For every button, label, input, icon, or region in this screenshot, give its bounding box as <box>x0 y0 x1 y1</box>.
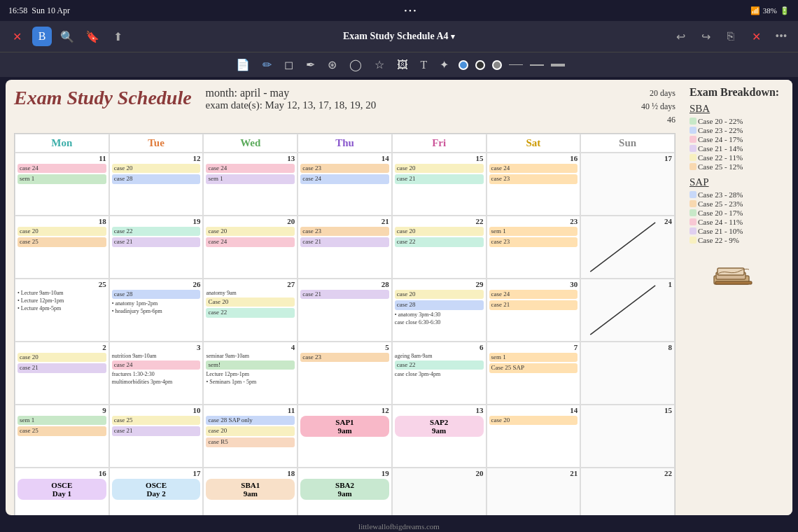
bookmark-icon[interactable]: 🔖 <box>83 27 102 46</box>
doc-icon[interactable]: 📄 <box>233 57 253 73</box>
star-tool[interactable]: ☆ <box>372 57 387 73</box>
stroke-thick[interactable] <box>551 64 565 66</box>
share-icon[interactable]: ⬆ <box>108 27 127 46</box>
event-case23-16: case 23 <box>489 174 578 184</box>
cell-12: 12 case 20 case 28 <box>109 153 204 216</box>
toolbar: ✕ B 🔍 🔖 ⬆ Exam Study Schedule A4 ▾ ↩ ↪ ⎘… <box>0 21 798 52</box>
text-tool[interactable]: T <box>418 57 430 73</box>
month-label: month: april - may <box>206 87 641 99</box>
status-left: 16:58 Sun 10 Apr <box>8 6 70 16</box>
caseclose-6: case close 3pm-4pm <box>395 371 484 377</box>
color-black[interactable] <box>475 60 485 70</box>
diagonal-arrow <box>581 216 674 278</box>
cell-7: 7 sem 1 Case 25 SAP <box>486 342 581 405</box>
event-case23-23: case 23 <box>489 237 578 247</box>
sba-dot-3 <box>690 145 696 152</box>
redo-button[interactable]: ↪ <box>696 27 715 46</box>
cell-8: 8 <box>580 342 675 405</box>
content-area: Exam Study Schedule month: april - may e… <box>6 80 792 515</box>
stat-halfdays: 40 ½ days <box>641 100 676 113</box>
shape-tool[interactable]: ◯ <box>346 57 365 73</box>
sba-dot-5 <box>690 163 696 170</box>
lasso-tool[interactable]: ⊛ <box>325 57 340 73</box>
event-case20-27: Case 20 <box>206 298 295 307</box>
event-case23-14: case 23 <box>300 164 389 174</box>
wand-tool[interactable]: ✦ <box>437 57 451 73</box>
watermark: littlewallofbigdreams.com <box>0 521 798 532</box>
stroke-medium[interactable] <box>530 64 544 66</box>
ipad-frame: 16:58 Sun 10 Apr • • • 📶 38% 🔋 ✕ B 🔍 🔖 ⬆… <box>0 0 798 532</box>
draw-toolbar: 📄 ✏ ◻ ✒ ⊛ ◯ ☆ 🖼 T ✦ <box>0 52 798 77</box>
eraser-tool[interactable]: ◻ <box>281 57 296 73</box>
cell-16: 16 case 24 case 23 <box>486 153 581 216</box>
cell-18b: 18 SBA19am <box>203 468 298 515</box>
search-icon[interactable]: 🔍 <box>57 27 77 46</box>
sba-item-5: Case 25 - 12% <box>690 162 787 171</box>
export-icon[interactable]: ⎘ <box>721 27 741 46</box>
multi-3: multimorbidities 3pm-4pm <box>112 379 201 385</box>
exam-sap1: SAP19am <box>300 416 389 437</box>
sba-item-1: Case 23 - 22% <box>690 126 787 134</box>
event-case24-13: case 24 <box>206 164 295 174</box>
event-case20-14b: case 20 <box>489 416 578 426</box>
cell-30: 30 case 24 case 21 <box>486 279 581 342</box>
ageing-6: ageing 8am-9am <box>395 353 484 359</box>
header-tue: Tue <box>109 134 204 153</box>
close-button[interactable]: ✕ <box>7 27 27 46</box>
cell-14b: 14 case 20 <box>486 405 581 468</box>
toolbar-right: ↩ ↪ ⎘ ✕ ••• <box>598 27 791 46</box>
exam-date-label: exam date(s): May 12, 13, 17, 18, 19, 20 <box>206 99 641 111</box>
cell-28: 28 case 21 <box>298 279 392 342</box>
sap-label: SAP <box>690 176 787 188</box>
sba-label: SBA <box>690 103 787 115</box>
lecture-25-2: • Lecture 12pm-1pm <box>18 298 106 304</box>
event-case24-3: case 24 <box>112 360 201 370</box>
sba-section: SBA Case 20 - 22% Case 23 - 22% Case 24 … <box>690 103 787 171</box>
stroke-thin[interactable] <box>509 64 523 65</box>
cell-23: 23 sem 1 case 23 <box>486 216 581 279</box>
anatomy-27: anatomy 9am <box>206 290 295 296</box>
event-case28-12: case 28 <box>112 174 201 184</box>
schedule-title: Exam Study Schedule <box>14 87 192 109</box>
more-options-button[interactable]: ••• <box>771 27 791 46</box>
pencil-tool[interactable]: ✒ <box>303 57 318 73</box>
cell-14: 14 case 23 case 24 <box>298 153 392 216</box>
sap-item-3: Case 24 - 11% <box>690 218 787 226</box>
close-doc-button[interactable]: ✕ <box>746 27 766 46</box>
event-case25-10: case 25 <box>112 416 201 426</box>
event-case22-22: case 22 <box>395 237 484 247</box>
sap-dot-1 <box>690 200 696 207</box>
color-blue[interactable] <box>458 60 468 70</box>
event-case21-19: case 21 <box>112 237 201 247</box>
undo-button[interactable]: ↩ <box>671 27 690 46</box>
cell-18: 18 case 20 case 25 <box>15 216 109 279</box>
image-tool[interactable]: 🖼 <box>394 57 411 73</box>
seminar-4: seminar 9am-10am <box>206 353 295 359</box>
event-case28-29: case 28 <box>395 300 484 310</box>
color-gray[interactable] <box>492 60 502 70</box>
cell-20b: 20 <box>392 468 486 515</box>
lecture-25-3: • Lecture 4pm-5pm <box>18 305 106 312</box>
cell-26: 26 case 28 • anatomy 1pm-2pm • headinjur… <box>109 279 204 342</box>
books-decoration <box>690 251 787 300</box>
event-case25-18: case 25 <box>18 237 106 247</box>
lecture-25-1: • Lecture 9am-10am <box>18 290 106 296</box>
pen-tool[interactable]: ✏ <box>260 57 274 73</box>
title-chevron[interactable]: ▾ <box>451 32 455 41</box>
event-case20-11b: case 20 <box>206 426 295 436</box>
event-sem1-11: sem 1 <box>18 174 106 184</box>
battery-icon: 🔋 <box>780 6 790 15</box>
event-case20-2: case 20 <box>18 353 106 363</box>
event-case24-14: case 24 <box>300 174 389 184</box>
caseclose-29: case close 6:30-6:30 <box>395 319 484 326</box>
cell-21: 21 case 23 case 21 <box>298 216 392 279</box>
sap-dot-2 <box>690 209 696 216</box>
fractures-3: fractures 1:30-2:30 <box>112 371 201 377</box>
app-icon[interactable]: B <box>32 27 52 46</box>
sap-item-5: Case 22 - 9% <box>690 236 787 244</box>
cell-11: 11 case 24 sem 1 <box>15 153 109 216</box>
diagonal-arrow2 <box>581 279 674 341</box>
event-case25-11b: case R5 <box>206 438 295 447</box>
event-case25-9: case 25 <box>18 426 106 436</box>
sap-dot-0 <box>690 191 696 198</box>
